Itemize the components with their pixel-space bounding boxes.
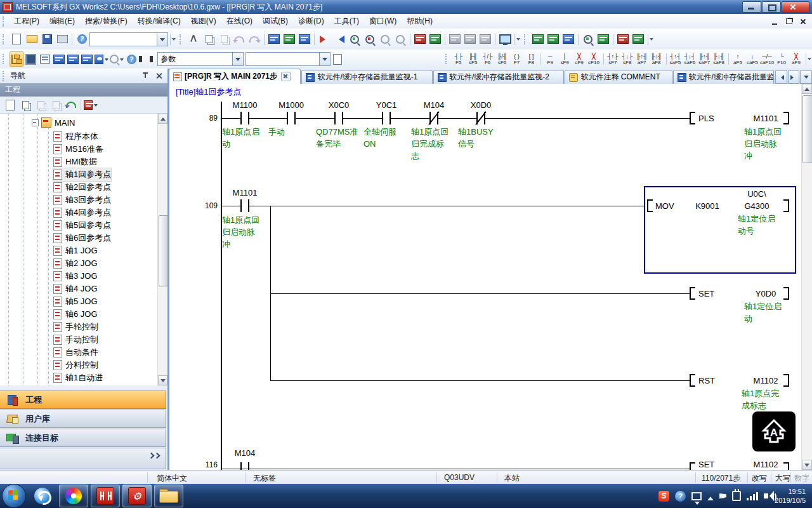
device-test-button[interactable] (282, 32, 296, 46)
contact-nc[interactable] (429, 112, 438, 124)
ladder-key-open-contact[interactable]: ┤├F5 (452, 51, 466, 67)
ladder-key-fall-conv[interactable]: ↓caF5 (745, 51, 760, 67)
ladder-key-fall-pulse[interactable]: ┤↓├sF8 (620, 51, 635, 67)
editor-scrollbar[interactable] (801, 84, 812, 470)
tab-main-program[interactable]: [PRG]R 写入 MAIN 2071步 (169, 69, 301, 84)
refresh-button[interactable] (64, 98, 78, 112)
contact-nc[interactable] (476, 112, 485, 124)
nav-button-project[interactable]: 工程 (0, 391, 166, 409)
ladder-key-coil[interactable]: ( )F7 (510, 51, 525, 67)
paste-button[interactable] (217, 32, 231, 46)
device-comment-button[interactable] (428, 32, 442, 46)
tree-item-auto-condition[interactable]: 自动条件 (53, 346, 98, 359)
tab-device-monitor-2[interactable]: 软元件/缓冲存储器批量监视-2 (433, 70, 564, 84)
scrollbar-thumb[interactable] (802, 95, 812, 163)
clock[interactable]: 19:51 2019/10/5 (775, 487, 806, 505)
sort-button[interactable] (84, 98, 98, 112)
instruction-mov[interactable]: MOV (655, 201, 674, 211)
instruction-rst[interactable]: RST (698, 376, 715, 385)
duplicate-data-button[interactable] (49, 98, 63, 112)
tab-device-monitor-1[interactable]: 软元件/缓冲存储器批量监视-1 (301, 70, 432, 84)
save-project-button[interactable] (40, 32, 54, 46)
minimize-button[interactable] (742, 1, 761, 13)
device-display-button[interactable] (95, 52, 108, 66)
tree-item-axis2-jog[interactable]: 轴2 JOG (53, 257, 98, 270)
open-project-button[interactable] (25, 32, 39, 46)
ladder-key-branch[interactable]: └F10 (775, 51, 789, 67)
ladder-key-closed-contact[interactable]: ┤/├F6 (481, 51, 495, 67)
tree-item-feeding[interactable]: 分料控制 (53, 359, 98, 371)
device-use-list-button[interactable] (53, 52, 65, 66)
start-button[interactable] (2, 484, 26, 508)
help-button-2[interactable]: ? (125, 52, 138, 66)
combo-dropdown-icon[interactable] (157, 33, 167, 46)
taskbar-browser-button[interactable] (29, 485, 56, 507)
menu-window[interactable]: 窗口(W) (364, 14, 402, 29)
ladder-key-delete-vline[interactable]: ╳cF10 (587, 51, 601, 67)
taskbar-gxworks-button[interactable] (91, 485, 120, 507)
undo-button[interactable] (232, 32, 246, 46)
help-tray-icon[interactable]: ? (675, 491, 686, 502)
tree-item-axis4-jog[interactable]: 轴4 JOG (53, 283, 98, 295)
scroll-down-icon[interactable] (158, 375, 167, 385)
find-combo[interactable]: 参数 (157, 52, 244, 66)
menu-tools[interactable]: 工具(T) (329, 14, 364, 29)
menu-edit[interactable]: 编辑(E) (44, 14, 80, 29)
tab-scroll-left-icon[interactable] (775, 70, 787, 84)
monitor-pause-button[interactable] (378, 32, 392, 46)
read-from-plc-button[interactable] (332, 32, 346, 46)
combo-dropdown-icon[interactable] (319, 53, 330, 65)
instruction-set[interactable]: SET (698, 289, 714, 298)
sampling-trace-button[interactable] (561, 32, 575, 46)
tree-item-program-body[interactable]: 程序本体 (53, 130, 98, 143)
navigation-window-button[interactable] (10, 51, 23, 67)
volume-icon[interactable] (764, 493, 768, 498)
ladder-key-rise-neg[interactable]: ┤↑┤saF5 (668, 51, 683, 67)
collapse-icon[interactable] (32, 119, 39, 126)
watch-start-button[interactable] (531, 32, 545, 46)
print-button[interactable] (55, 32, 69, 46)
menu-compile[interactable]: 转换/编译(C) (133, 14, 186, 29)
ladder-key-parallel-fall-neg[interactable]: ╟↓╢saF8 (712, 51, 726, 67)
device-memory-button[interactable] (413, 32, 427, 46)
contact-no[interactable] (240, 112, 249, 124)
toolbar-overflow-icon[interactable] (648, 34, 655, 45)
menu-diagnostics[interactable]: 诊断(D) (293, 14, 329, 29)
function-block-button[interactable] (25, 52, 37, 66)
find-combo-2[interactable] (246, 52, 331, 66)
watch-register-button[interactable] (546, 32, 560, 46)
paste-data-button[interactable] (34, 98, 48, 112)
toolbar-overflow-icon[interactable] (514, 34, 521, 45)
tree-item-axis2-home[interactable]: 轴2回参考点 (53, 181, 111, 194)
program-list-button[interactable] (596, 32, 610, 46)
taskbar-gxworks-active-button[interactable]: ⚙ (122, 485, 152, 507)
ladder-logic-test-button[interactable] (616, 32, 630, 46)
menu-help[interactable]: 帮助(H) (402, 14, 438, 29)
taskbar-browser2-button[interactable] (59, 485, 88, 507)
ladder-key-hline[interactable]: ─F9 (543, 51, 558, 67)
mdi-minimize-button[interactable] (771, 18, 779, 25)
combo-dropdown-icon[interactable] (232, 53, 243, 65)
output-window-button[interactable] (39, 52, 51, 66)
ladder-key-vline[interactable]: │sF9 (558, 51, 572, 67)
find-button[interactable] (139, 52, 153, 66)
tree-item-axis1-auto[interactable]: 轴1自动进 (53, 371, 103, 384)
window-tile-button[interactable] (463, 32, 477, 46)
scrollbar-thumb[interactable] (159, 215, 168, 286)
instruction-pls[interactable]: PLS (698, 114, 714, 123)
menu-project[interactable]: 工程(P) (9, 14, 44, 29)
copy-data-button[interactable] (18, 98, 32, 112)
ladder-editor[interactable]: [Title]轴1回参考点 89 M1100 M1000 X0C0 Y0C1 M… (169, 84, 812, 470)
instruction-operand[interactable]: G4300 (730, 201, 783, 211)
cut-button[interactable] (187, 32, 200, 46)
panel-splitter[interactable] (0, 385, 157, 391)
find-next-button[interactable] (331, 52, 344, 66)
tab-scroll-right-icon[interactable] (788, 70, 800, 84)
find-target-button[interactable] (110, 52, 124, 66)
device-batch-button[interactable] (298, 32, 311, 46)
ladder-key-parallel-contact[interactable]: ╟╢sF5 (466, 51, 481, 67)
monitor-stop-button[interactable] (363, 32, 377, 46)
ime-indicator-icon[interactable]: A (752, 411, 796, 451)
tree-item-axis4-home[interactable]: 轴4回参考点 (53, 206, 111, 219)
power-icon[interactable] (732, 491, 741, 501)
